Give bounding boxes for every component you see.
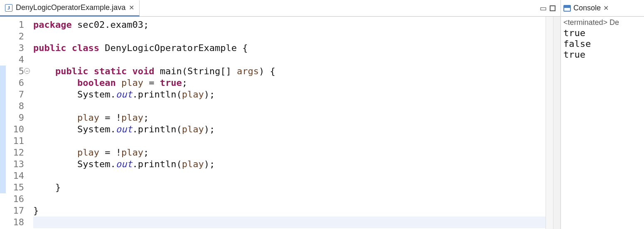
line-number: 11 [0, 135, 24, 147]
close-tab-icon[interactable]: ✕ [129, 4, 134, 12]
code-line[interactable] [33, 135, 546, 147]
maximize-view-icon[interactable] [550, 5, 556, 11]
code-line[interactable]: System.out.println(play); [33, 158, 546, 170]
line-number: 16 [0, 193, 24, 205]
line-number: 7 [0, 89, 24, 100]
view-toolbar: ▭ [540, 4, 560, 13]
code-line[interactable]: } [33, 182, 546, 193]
vertical-scrollbar[interactable] [553, 17, 560, 229]
code-line[interactable] [33, 170, 546, 182]
console-status: <terminated> De [561, 17, 644, 27]
line-number: 1 [0, 19, 24, 31]
editor-tab[interactable]: J DenyLogicOperatorExample.java ✕ [0, 0, 140, 17]
overview-ruler [546, 17, 553, 229]
line-number: 14 [0, 170, 24, 182]
line-number: 17 [0, 205, 24, 217]
editor-tab-filename: DenyLogicOperatorExample.java [16, 3, 125, 12]
line-number: 13 [0, 158, 24, 170]
console-pane: Console ✕ <terminated> De truefalsetrue [561, 0, 644, 229]
line-number: 18 [0, 217, 24, 228]
line-number-gutter: 12345−6789101112131415161718 [0, 17, 27, 229]
console-output[interactable]: truefalsetrue [561, 27, 644, 61]
java-file-icon: J [5, 4, 12, 12]
line-number: 3 [0, 42, 24, 54]
close-console-icon[interactable]: ✕ [603, 4, 609, 12]
editor-tab-bar: J DenyLogicOperatorExample.java ✕ ▭ [0, 0, 560, 17]
code-line[interactable]: } [33, 205, 546, 217]
line-number: 5− [0, 66, 24, 77]
code-line[interactable]: System.out.println(play); [33, 89, 546, 100]
code-line[interactable] [33, 193, 546, 205]
line-number: 15 [0, 182, 24, 193]
code-line[interactable]: boolean play = true; [33, 77, 546, 89]
code-line[interactable] [33, 31, 546, 42]
console-output-line: false [563, 39, 642, 49]
code-line[interactable] [33, 100, 546, 112]
code-line[interactable]: System.out.println(play); [33, 124, 546, 135]
line-number: 8 [0, 100, 24, 112]
line-number: 12 [0, 147, 24, 158]
code-area: 12345−6789101112131415161718 package sec… [0, 17, 560, 229]
code-text[interactable]: package sec02.exam03;public class DenyLo… [27, 17, 546, 229]
editor-pane: J DenyLogicOperatorExample.java ✕ ▭ 1234… [0, 0, 561, 229]
code-line[interactable] [33, 54, 546, 66]
code-line[interactable]: play = !play; [33, 147, 546, 158]
line-number: 2 [0, 31, 24, 42]
code-line[interactable]: play = !play; [33, 112, 546, 124]
minimize-view-icon[interactable]: ▭ [540, 4, 546, 13]
console-view-icon [563, 5, 571, 12]
console-tab-bar: Console ✕ [561, 0, 644, 17]
console-output-line: true [563, 28, 642, 39]
line-number: 6 [0, 77, 24, 89]
line-number: 4 [0, 54, 24, 66]
code-line[interactable]: package sec02.exam03; [33, 19, 546, 31]
line-number: 9 [0, 112, 24, 124]
code-line[interactable]: public static void main(String[] args) { [33, 66, 546, 77]
code-line[interactable]: public class DenyLogicOperatorExample { [33, 42, 546, 54]
code-line[interactable] [33, 217, 546, 228]
console-tab-title[interactable]: Console [573, 4, 601, 12]
console-output-line: true [563, 49, 642, 60]
line-number: 10 [0, 124, 24, 135]
